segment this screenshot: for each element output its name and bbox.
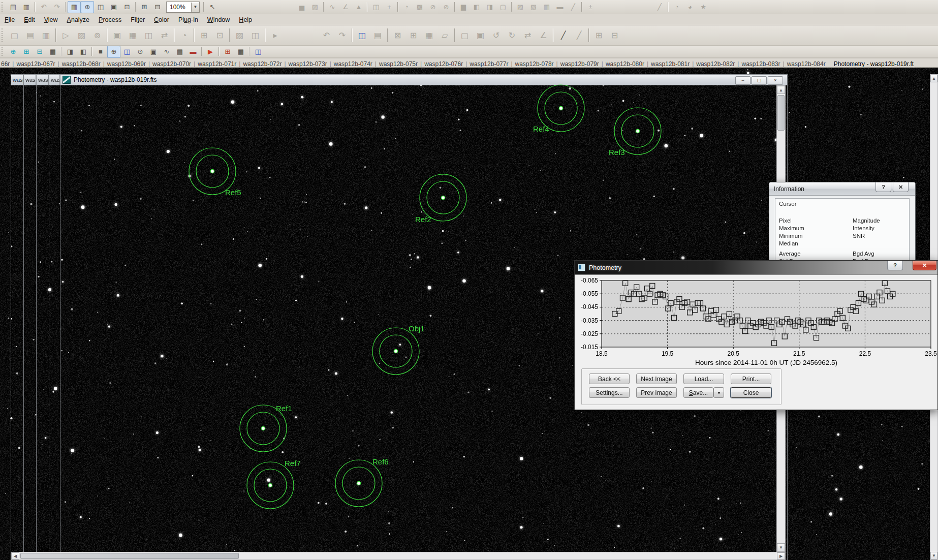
hscroll-thumb[interactable] — [20, 553, 239, 559]
magnify-doc-icon[interactable]: ⊙ — [134, 46, 147, 58]
scroll-left-button[interactable]: ◀ — [11, 552, 19, 559]
open-icon[interactable]: ▤ — [7, 1, 20, 13]
tab-wasp12b-071r[interactable]: wasp12b-071r — [198, 60, 236, 68]
zoom-level-combo[interactable]: 100%▼ — [166, 2, 200, 13]
menu-plug-in[interactable]: Plug-in — [174, 15, 203, 25]
notes-icon[interactable]: ▤ — [173, 46, 186, 58]
print-button[interactable]: Print... — [731, 374, 771, 384]
script-run-icon[interactable]: ▶ — [204, 46, 217, 58]
tab-wasp12b-067r[interactable]: wasp12b-067r — [16, 60, 55, 68]
cascaded-window-titlebar[interactable]: wasp12b — [11, 74, 23, 85]
tab-wasp12b-079r[interactable]: wasp12b-079r — [560, 60, 599, 68]
tab-wasp12b-074r[interactable]: wasp12b-074r — [334, 60, 372, 68]
matrix-icon[interactable]: ⊞ — [221, 46, 234, 58]
menu-window[interactable]: Window — [203, 15, 234, 25]
tag-icon[interactable]: ▣ — [147, 46, 160, 58]
night-view-icon[interactable]: ■ — [94, 46, 107, 58]
save-icon[interactable]: ▥ — [20, 1, 33, 13]
cascaded-window-titlebar[interactable]: wasp12b — [36, 74, 49, 85]
folder-view-icon[interactable]: ▦ — [234, 46, 247, 58]
minimize-button[interactable]: – — [735, 76, 751, 85]
tab-wasp12b-069r[interactable]: wasp12b-069r — [107, 60, 146, 68]
pen-icon[interactable]: ╱ — [555, 28, 571, 43]
flip-vertical-icon[interactable]: ◨ — [64, 46, 77, 58]
information-titlebar[interactable]: Information ? ✕ — [769, 182, 915, 196]
menu-process[interactable]: Process — [94, 15, 126, 25]
album-icon[interactable]: ▬ — [186, 46, 200, 58]
close-dialog-button[interactable]: Close — [731, 387, 771, 398]
tab-active-photometry[interactable]: Photometry - wasp12b-019r.ft — [834, 60, 914, 68]
zoom-tool-icon[interactable]: ⊕ — [7, 46, 20, 58]
toolbar-separator — [581, 2, 582, 12]
context-help-icon[interactable]: ↖ — [206, 1, 219, 13]
toolbar-separator — [61, 47, 62, 55]
keyboard-icon[interactable]: ▦ — [46, 46, 59, 58]
cursor-mode-label: Cursor — [779, 201, 797, 207]
scroll-down-button[interactable]: ▼ — [777, 543, 785, 551]
chevron-down-icon[interactable]: ▼ — [191, 3, 199, 12]
scroll-up-button[interactable]: ▲ — [777, 86, 785, 94]
tab-wasp12b-073r[interactable]: wasp12b-073r — [289, 60, 327, 68]
image-strip-icon[interactable]: ▦ — [68, 1, 81, 13]
help-button[interactable]: ? — [876, 182, 891, 192]
close-icon[interactable]: ✕ — [893, 182, 909, 192]
save-dropdown-arrow[interactable]: ▼ — [713, 387, 724, 398]
back-button[interactable]: Back << — [589, 374, 630, 384]
photometry-titlebar[interactable]: Photometry ? ✕ — [575, 261, 937, 275]
scroll-up-button[interactable]: ▲ — [930, 75, 937, 82]
help-button[interactable]: ? — [887, 261, 903, 270]
menu-filter[interactable]: Filter — [126, 15, 149, 25]
zoom-out-tool-icon[interactable]: ⊟ — [33, 46, 46, 58]
stamp-icon[interactable]: ⊡ — [120, 1, 134, 13]
menu-view[interactable]: View — [40, 15, 62, 25]
curves-icon[interactable]: ∿ — [160, 46, 173, 58]
aperture-tool-icon[interactable]: ⊕ — [107, 46, 120, 58]
tile-windows-icon[interactable]: ◫ — [252, 46, 265, 58]
tab-wasp12b-080r[interactable]: wasp12b-080r — [606, 60, 644, 68]
tab-wasp12b-072r[interactable]: wasp12b-072r — [243, 60, 282, 68]
tab-wasp12b-081r[interactable]: wasp12b-081r — [651, 60, 690, 68]
next-image-button[interactable]: Next Image — [636, 374, 677, 384]
scroll-right-button[interactable]: ▶ — [777, 552, 785, 559]
tab-wasp12b-084r[interactable]: wasp12b-084r — [787, 60, 826, 68]
save-button[interactable]: Save... — [683, 387, 713, 398]
color-stretch-icon[interactable]: ◫ — [120, 46, 134, 58]
menu-file[interactable]: File — [0, 15, 19, 25]
tab-66r[interactable]: 66r — [1, 60, 10, 68]
tab-wasp12b-070r[interactable]: wasp12b-070r — [152, 60, 191, 68]
window-border — [49, 74, 49, 560]
maximize-button[interactable]: ▢ — [752, 76, 767, 85]
zoom-in-tool-icon[interactable]: ⊞ — [20, 46, 33, 58]
load-button[interactable]: Load... — [683, 374, 724, 384]
prev-image-button[interactable]: Prev Image — [636, 387, 677, 398]
menu-edit[interactable]: Edit — [19, 15, 40, 25]
settings-button[interactable]: Settings... — [589, 387, 630, 398]
tab-wasp12b-068r[interactable]: wasp12b-068r — [62, 60, 101, 68]
menu-help[interactable]: Help — [234, 15, 257, 25]
zoom-in-icon[interactable]: ⊞ — [138, 1, 151, 13]
close-button[interactable]: × — [768, 76, 783, 85]
tab-wasp12b-083r[interactable]: wasp12b-083r — [741, 60, 780, 68]
image-hscrollbar[interactable]: ◀ ▶ — [11, 552, 786, 560]
image-window-titlebar[interactable]: Photometry - wasp12b-019r.fts – ▢ × — [60, 74, 788, 85]
mask-1-icon: ▨ — [514, 1, 527, 13]
tab-wasp12b-075r[interactable]: wasp12b-075r — [379, 60, 418, 68]
menu-color[interactable]: Color — [149, 15, 174, 25]
copy-icon[interactable]: ◫ — [354, 28, 370, 43]
flip-icon[interactable]: ◫ — [94, 1, 107, 13]
tab-wasp12b-076r[interactable]: wasp12b-076r — [424, 60, 463, 68]
center-target-icon[interactable]: ⊕ — [81, 1, 94, 13]
lock-icon[interactable]: ▣ — [107, 1, 120, 13]
cascaded-window-titlebar[interactable]: wasp12b — [23, 74, 36, 85]
zoom-out-icon[interactable]: ⊟ — [151, 1, 164, 13]
cascaded-window-titlebar[interactable]: wasp12b — [49, 74, 60, 85]
close-icon[interactable]: ✕ — [913, 261, 936, 270]
scroll-down-button[interactable]: ▼ — [930, 552, 937, 559]
tab-wasp12b-082r[interactable]: wasp12b-082r — [696, 60, 735, 68]
menu-analyze[interactable]: Analyze — [62, 15, 94, 25]
chart-x-axis-title: Hours since 2014-11-01 0h UT (JD 2456962… — [695, 359, 837, 366]
vscroll-thumb[interactable] — [777, 95, 785, 131]
invert-icon[interactable]: ◧ — [77, 46, 90, 58]
tab-wasp12b-077r[interactable]: wasp12b-077r — [470, 60, 508, 68]
tab-wasp12b-078r[interactable]: wasp12b-078r — [515, 60, 554, 68]
